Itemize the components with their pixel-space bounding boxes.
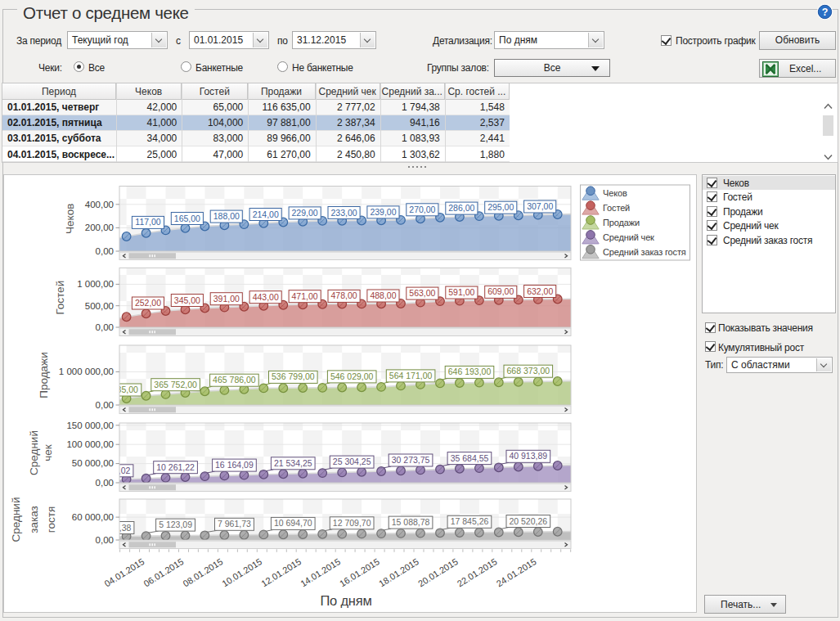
svg-text:04.01.2015: 04.01.2015 xyxy=(103,556,146,588)
svg-text:239,00: 239,00 xyxy=(370,207,396,217)
svg-text:500,00: 500,00 xyxy=(85,301,114,311)
svg-text:14.01.2015: 14.01.2015 xyxy=(299,556,342,588)
svg-text:252,00: 252,00 xyxy=(135,298,161,308)
svg-text:365 752,00: 365 752,00 xyxy=(154,380,197,389)
svg-text:0,00: 0,00 xyxy=(96,535,114,545)
svg-text:591,00: 591,00 xyxy=(448,287,474,297)
svg-text:150 000,00: 150 000,00 xyxy=(66,421,114,430)
svg-text:400,00: 400,00 xyxy=(85,200,114,209)
svg-text:116 635,00: 116 635,00 xyxy=(96,385,138,394)
svg-text:1 000,00: 1 000,00 xyxy=(77,279,114,289)
svg-text:10.01.2015: 10.01.2015 xyxy=(220,556,263,588)
svg-text:Средний заказ гостя: Средний заказ гостя xyxy=(603,247,686,257)
svg-text:25 304,25: 25 304,25 xyxy=(333,457,371,466)
svg-text:307,00: 307,00 xyxy=(527,201,553,211)
svg-text:295,00: 295,00 xyxy=(487,202,514,212)
svg-text:546 029,00: 546 029,00 xyxy=(330,371,374,381)
svg-text:Гостей: Гостей xyxy=(54,281,66,315)
svg-text:632,00: 632,00 xyxy=(527,286,553,296)
svg-text:1 794,38: 1 794,38 xyxy=(98,523,132,533)
svg-text:35 684,55: 35 684,55 xyxy=(451,453,489,463)
svg-text:5 123,09: 5 123,09 xyxy=(159,520,192,529)
svg-text:17 845,26: 17 845,26 xyxy=(451,516,489,526)
svg-text:Продажи: Продажи xyxy=(603,218,640,227)
svg-text:10 694,70: 10 694,70 xyxy=(274,518,312,528)
svg-text:564 171,00: 564 171,00 xyxy=(389,371,433,380)
svg-text:391,00: 391,00 xyxy=(213,294,240,304)
svg-text:488,00: 488,00 xyxy=(370,290,396,300)
svg-text:18.01.2015: 18.01.2015 xyxy=(377,556,420,588)
svg-text:По дням: По дням xyxy=(320,593,371,608)
svg-text:30 273,75: 30 273,75 xyxy=(392,455,430,465)
svg-text:Гостей: Гостей xyxy=(603,203,630,213)
svg-text:чек: чек xyxy=(42,444,54,461)
svg-text:668 373,00: 668 373,00 xyxy=(507,366,550,376)
svg-text:Средний: Средний xyxy=(28,430,40,475)
svg-text:08.01.2015: 08.01.2015 xyxy=(181,556,224,588)
svg-text:471,00: 471,00 xyxy=(292,291,318,301)
svg-text:20.01.2015: 20.01.2015 xyxy=(416,556,460,588)
svg-text:Средний: Средний xyxy=(10,497,22,542)
svg-text:0,00: 0,00 xyxy=(96,322,114,332)
svg-text:214,00: 214,00 xyxy=(253,209,279,219)
svg-text:Чеков: Чеков xyxy=(64,204,76,234)
svg-text:536 799,00: 536 799,00 xyxy=(272,371,315,381)
svg-text:12 709,70: 12 709,70 xyxy=(333,518,371,528)
svg-text:гостя: гостя xyxy=(45,506,57,533)
svg-text:465 786,00: 465 786,00 xyxy=(213,375,256,385)
svg-text:Продажи: Продажи xyxy=(38,352,50,398)
svg-text:21 534,25: 21 534,25 xyxy=(274,458,312,468)
svg-text:16.01.2015: 16.01.2015 xyxy=(338,556,381,588)
svg-text:345,00: 345,00 xyxy=(174,295,200,305)
svg-text:0,00: 0,00 xyxy=(96,246,114,256)
svg-text:12.01.2015: 12.01.2015 xyxy=(259,556,303,588)
svg-text:270,00: 270,00 xyxy=(409,205,435,214)
svg-text:200,00: 200,00 xyxy=(85,223,114,232)
svg-text:233,00: 233,00 xyxy=(331,208,357,218)
svg-text:0,00: 0,00 xyxy=(96,478,114,488)
svg-text:609,00: 609,00 xyxy=(487,286,514,296)
svg-text:478,00: 478,00 xyxy=(331,290,357,300)
svg-text:15 088,78: 15 088,78 xyxy=(392,517,430,527)
svg-text:10 261,22: 10 261,22 xyxy=(156,462,195,472)
svg-text:229,00: 229,00 xyxy=(292,208,318,218)
svg-text:165,00: 165,00 xyxy=(174,214,200,223)
svg-text:100 000,00: 100 000,00 xyxy=(66,439,114,449)
svg-text:563,00: 563,00 xyxy=(409,288,435,298)
svg-text:40 913,89: 40 913,89 xyxy=(509,451,547,461)
svg-text:22.01.2015: 22.01.2015 xyxy=(456,556,499,588)
svg-text:188,00: 188,00 xyxy=(213,211,240,221)
svg-text:443,00: 443,00 xyxy=(253,292,279,302)
svg-text:24.01.2015: 24.01.2015 xyxy=(495,556,538,588)
svg-text:06.01.2015: 06.01.2015 xyxy=(141,556,185,588)
svg-text:1 000 000,00: 1 000 000,00 xyxy=(59,367,114,376)
svg-text:0,00: 0,00 xyxy=(96,400,114,410)
svg-text:646 193,00: 646 193,00 xyxy=(448,367,492,376)
svg-text:50 000,00: 50 000,00 xyxy=(72,458,114,468)
svg-text:заказ: заказ xyxy=(28,506,40,533)
svg-text:Чеков: Чеков xyxy=(603,188,627,198)
svg-text:60 000,00: 60 000,00 xyxy=(72,512,114,522)
svg-text:117,00: 117,00 xyxy=(135,217,160,227)
svg-text:20 520,26: 20 520,26 xyxy=(509,516,547,526)
svg-text:286,00: 286,00 xyxy=(448,203,474,213)
svg-text:Средний чек: Средний чек xyxy=(603,232,654,242)
svg-text:7 961,73: 7 961,73 xyxy=(218,519,251,529)
svg-text:16 164,09: 16 164,09 xyxy=(215,460,254,470)
